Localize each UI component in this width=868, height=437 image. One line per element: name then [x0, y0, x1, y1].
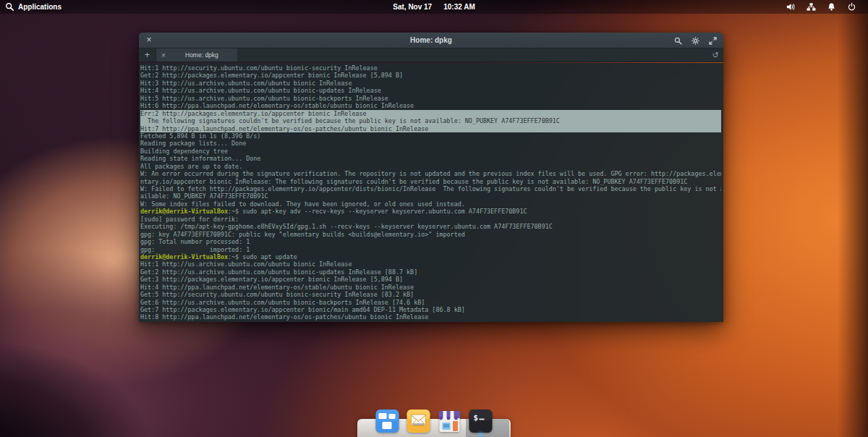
panel-date: Sat, Nov 17 [393, 3, 432, 11]
mail-icon [407, 409, 431, 433]
terminal-line: Get:7 http://packages.elementary.io/appc… [140, 306, 721, 313]
appcenter-icon [438, 409, 462, 433]
terminal-line: Hit:8 http://ppa.launchpad.net/elementar… [140, 313, 721, 321]
terminal-line: Get:2 http://packages.elementary.io/appc… [140, 72, 721, 79]
terminal-line: gpg: key A74F73EFFE70B91C: public key "e… [140, 231, 721, 238]
search-icon [5, 2, 14, 12]
terminal-window: × Home: dpkg + × Home: dpkg ↺ [139, 33, 723, 322]
search-button[interactable] [674, 37, 682, 45]
terminal-line: Get:3 http://packages.elementary.io/appc… [140, 276, 721, 283]
terminal-line: Executing: /tmp/apt-key-gpghome.e8hEVxyS… [140, 223, 721, 230]
terminal-line: Get:5 http://security.ubuntu.com/ubuntu … [140, 291, 721, 298]
terminal-line: Hit:7 http://ppa.launchpad.net/elementar… [140, 125, 721, 132]
terminal-line: Reading state information... Done [140, 155, 721, 162]
terminal-line: Reading package lists... Done [140, 140, 721, 147]
applications-menu[interactable]: Applications [0, 2, 61, 12]
tab-close-button[interactable]: × [161, 51, 166, 59]
terminal-line: ailable: NO_PUBKEY A74F73EFFE70B91C [140, 192, 721, 200]
terminal-line: W: Failed to fetch http://packages.eleme… [140, 185, 721, 192]
notifications-icon[interactable] [827, 2, 836, 12]
dock-item-terminal[interactable]: $ [469, 409, 493, 433]
terminal-line: W: An error occurred during the signatur… [140, 170, 721, 177]
panel-time: 10:32 AM [443, 3, 475, 11]
volume-icon[interactable] [786, 2, 796, 12]
terminal-line: Fetched 5,894 B in 1s (8,396 B/s) [140, 132, 721, 140]
terminal-line: Err:2 http://packages.elementary.io/appc… [140, 110, 721, 117]
terminal-line: Hit:3 http://us.archive.ubuntu.com/ubunt… [140, 80, 721, 87]
power-icon[interactable] [847, 2, 856, 12]
terminal-line: The following signatures couldn't be ver… [140, 117, 721, 124]
top-panel: Applications Sat, Nov 17 10:32 AM [0, 0, 868, 14]
terminal-line: W: Some index files failed to download. … [140, 200, 721, 208]
svg-text:$: $ [474, 413, 479, 423]
applications-label: Applications [18, 3, 61, 11]
fullscreen-icon[interactable] [709, 37, 717, 45]
terminal-line: Hit:1 http://security.ubuntu.com/ubuntu … [140, 64, 721, 72]
window-close-button[interactable]: × [144, 35, 154, 45]
terminal-line: Hit:1 http://us.archive.ubuntu.com/ubunt… [140, 260, 721, 268]
terminal-line: Get:6 http://us.archive.ubuntu.com/ubunt… [140, 299, 721, 306]
multitasking-view-icon [375, 409, 400, 433]
terminal-line: Building dependency tree [140, 148, 721, 155]
titlebar[interactable]: × Home: dpkg [139, 33, 723, 48]
tab-home-dpkg[interactable]: × Home: dpkg [156, 48, 237, 61]
terminal-output[interactable]: Hit:1 http://security.ubuntu.com/ubuntu … [139, 63, 723, 322]
terminal-line: derrik@derrik-VirtualBox:~$ sudo apt-key… [140, 208, 721, 215]
terminal-line: All packages are up to date. [140, 163, 721, 170]
terminal-line: Get:2 http://us.archive.ubuntu.com/ubunt… [140, 268, 721, 276]
terminal-line: gpg: Total number processed: 1 [140, 238, 721, 245]
terminal-line: derrik@derrik-VirtualBox:~$ sudo apt upd… [140, 253, 721, 260]
tab-label: Home: dpkg [171, 51, 232, 59]
new-tab-button[interactable]: + [139, 48, 156, 61]
terminal-line: ntary.io/appcenter bionic InRelease: The… [140, 178, 721, 185]
terminal-line: Hit:4 http://ppa.launchpad.net/elementar… [140, 284, 721, 291]
network-icon[interactable] [807, 2, 816, 12]
dock-item-appcenter[interactable] [438, 409, 462, 433]
terminal-line: gpg: imported: 1 [140, 246, 721, 253]
terminal-line: Hit:5 http://us.archive.ubuntu.com/ubunt… [140, 95, 721, 102]
settings-gear-icon[interactable] [692, 37, 699, 45]
datetime[interactable]: Sat, Nov 17 10:32 AM [393, 3, 475, 11]
dock-item-mail[interactable] [407, 409, 431, 433]
dock: $ [357, 408, 511, 437]
terminal-line: [sudo] password for derrik: [140, 216, 721, 223]
desktop: Applications Sat, Nov 17 10:32 AM × Home… [0, 0, 868, 437]
tabbar-spacer [237, 48, 707, 61]
terminal-line: Hit:4 http://us.archive.ubuntu.com/ubunt… [140, 87, 721, 94]
running-indicator [480, 433, 482, 436]
window-title: Home: dpkg [139, 36, 723, 44]
tab-bar: + × Home: dpkg ↺ [139, 48, 723, 62]
terminal-icon: $ [469, 409, 493, 433]
panel-indicators [786, 2, 868, 12]
terminal-line: Hit:6 http://ppa.launchpad.net/elementar… [140, 102, 721, 109]
restore-tab-icon[interactable]: ↺ [707, 48, 723, 61]
dock-item-multitasking-view[interactable] [375, 409, 400, 433]
